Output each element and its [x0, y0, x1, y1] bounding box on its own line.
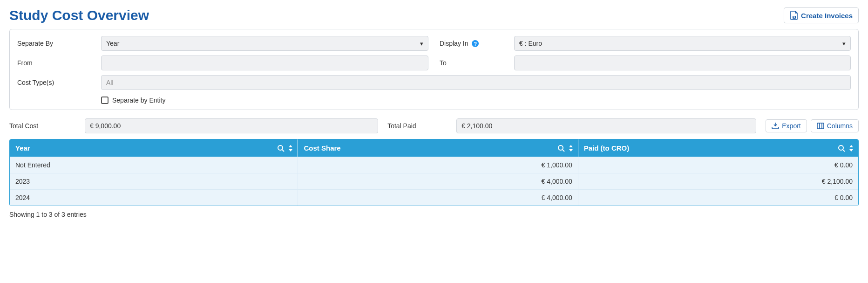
- invoice-icon: $: [790, 11, 798, 20]
- total-cost-value: € 9,000.00: [85, 118, 378, 133]
- cell-year: Not Entered: [10, 157, 298, 173]
- sort-icon[interactable]: [849, 145, 854, 152]
- to-input[interactable]: [514, 55, 851, 70]
- search-icon[interactable]: [557, 145, 565, 152]
- help-icon[interactable]: ?: [472, 40, 479, 47]
- separate-by-label: Separate By: [17, 40, 101, 47]
- cell-year: 2024: [10, 189, 298, 206]
- sort-icon[interactable]: [569, 145, 573, 152]
- columns-icon: [817, 123, 824, 129]
- from-label: From: [17, 59, 101, 67]
- cost-types-select[interactable]: All: [101, 75, 851, 90]
- total-paid-value: € 2,100.00: [456, 118, 756, 133]
- page-title: Study Cost Overview: [9, 7, 149, 23]
- cell-cost-share: € 1,000.00: [298, 157, 578, 173]
- download-icon: [772, 123, 779, 129]
- display-in-value: € : Euro: [519, 40, 542, 47]
- columns-label: Columns: [827, 122, 853, 130]
- separate-by-value: Year: [106, 40, 119, 47]
- table-footer-info: Showing 1 to 3 of 3 entries: [9, 211, 859, 218]
- cell-cost-share: € 4,000.00: [298, 189, 578, 206]
- columns-button[interactable]: Columns: [811, 119, 859, 132]
- cost-types-value: All: [106, 79, 114, 86]
- col-cost-share[interactable]: Cost Share: [298, 139, 578, 157]
- table-row[interactable]: 2023€ 4,000.00€ 2,100.00: [10, 173, 858, 189]
- cost-table: Year Cost Share Paid (to CRO): [9, 139, 859, 206]
- col-year[interactable]: Year: [10, 139, 298, 157]
- chevron-down-icon: ▾: [842, 40, 846, 47]
- from-input[interactable]: [101, 55, 428, 70]
- display-in-label: Display In ?: [440, 40, 514, 48]
- export-label: Export: [782, 122, 800, 130]
- export-button[interactable]: Export: [766, 119, 807, 132]
- separate-entity-checkbox[interactable]: [101, 97, 108, 104]
- svg-point-3: [278, 145, 283, 150]
- filter-panel: Separate By Year ▾ Display In ? € : Euro…: [9, 29, 859, 110]
- cell-paid: € 0.00: [578, 157, 858, 173]
- col-paid[interactable]: Paid (to CRO): [578, 139, 858, 157]
- search-icon[interactable]: [838, 145, 845, 152]
- table-row[interactable]: Not Entered€ 1,000.00€ 0.00: [10, 157, 858, 173]
- cell-paid: € 2,100.00: [578, 173, 858, 189]
- create-invoices-label: Create Invoices: [801, 12, 853, 20]
- svg-point-4: [558, 145, 563, 150]
- sort-icon[interactable]: [288, 145, 293, 152]
- separate-by-select[interactable]: Year ▾: [101, 36, 428, 51]
- svg-rect-2: [817, 123, 824, 129]
- svg-point-5: [839, 145, 843, 150]
- create-invoices-button[interactable]: $ Create Invoices: [784, 7, 859, 23]
- total-cost-label: Total Cost: [9, 122, 85, 130]
- cost-types-label: Cost Type(s): [17, 79, 101, 86]
- cell-paid: € 0.00: [578, 189, 858, 206]
- chevron-down-icon: ▾: [420, 40, 423, 47]
- to-label: To: [440, 59, 514, 67]
- search-icon[interactable]: [277, 145, 285, 152]
- cell-cost-share: € 4,000.00: [298, 173, 578, 189]
- separate-entity-label: Separate by Entity: [112, 97, 165, 104]
- cell-year: 2023: [10, 173, 298, 189]
- display-in-select[interactable]: € : Euro ▾: [514, 36, 851, 51]
- total-paid-label: Total Paid: [387, 122, 456, 130]
- table-row[interactable]: 2024€ 4,000.00€ 0.00: [10, 189, 858, 206]
